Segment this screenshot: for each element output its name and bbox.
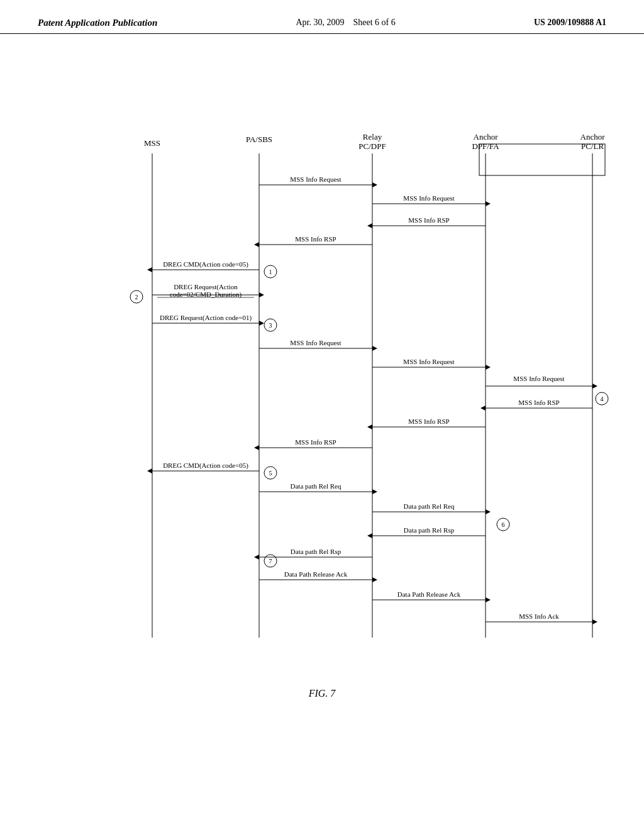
svg-text:5: 5 bbox=[269, 470, 272, 477]
svg-text:Data path Rel Req: Data path Rel Req bbox=[404, 502, 455, 510]
svg-marker-91 bbox=[592, 619, 597, 624]
svg-marker-15 bbox=[372, 182, 377, 187]
svg-marker-18 bbox=[486, 201, 491, 206]
svg-marker-85 bbox=[372, 577, 377, 582]
svg-marker-88 bbox=[486, 597, 491, 602]
svg-marker-44 bbox=[372, 346, 377, 351]
svg-text:MSS Info RSP: MSS Info RSP bbox=[518, 399, 559, 406]
diagram-area: MSS PA/SBS Relay PC/DPF Anchor DPF/FA An… bbox=[102, 72, 643, 675]
svg-text:MSS Info Request: MSS Info Request bbox=[513, 375, 564, 382]
header-right: US 2009/109888 A1 bbox=[534, 18, 606, 28]
sequence-diagram: MSS PA/SBS Relay PC/DPF Anchor DPF/FA An… bbox=[102, 72, 643, 675]
svg-text:MSS: MSS bbox=[144, 138, 160, 148]
svg-text:Data path Rel Rsp: Data path Rel Rsp bbox=[291, 548, 341, 555]
svg-marker-72 bbox=[486, 509, 491, 514]
svg-marker-80 bbox=[254, 555, 259, 560]
header-left: Patent Application Publication bbox=[38, 18, 157, 28]
page-header: Patent Application Publication Apr. 30, … bbox=[0, 0, 644, 34]
header-date: Apr. 30, 2009 bbox=[296, 18, 344, 27]
svg-text:PA/SBS: PA/SBS bbox=[246, 135, 272, 144]
svg-text:Relay: Relay bbox=[363, 132, 382, 141]
svg-text:Data Path Release Ack: Data Path Release Ack bbox=[397, 590, 461, 598]
svg-marker-64 bbox=[147, 468, 152, 473]
svg-text:MSS Info RSP: MSS Info RSP bbox=[408, 418, 449, 425]
header-center: Apr. 30, 2009 Sheet 6 of 6 bbox=[296, 18, 395, 28]
svg-text:DPF/FA: DPF/FA bbox=[472, 141, 499, 151]
svg-marker-50 bbox=[592, 384, 597, 389]
figure-label: FIG. 7 bbox=[309, 688, 336, 699]
svg-text:1: 1 bbox=[269, 268, 272, 275]
svg-text:MSS Info Ack: MSS Info Ack bbox=[519, 612, 559, 620]
svg-marker-27 bbox=[147, 267, 152, 272]
svg-marker-24 bbox=[254, 242, 259, 247]
svg-marker-77 bbox=[367, 533, 372, 538]
svg-text:MSS Info Request: MSS Info Request bbox=[403, 194, 454, 202]
svg-text:4: 4 bbox=[601, 396, 604, 402]
svg-text:PC/DPF: PC/DPF bbox=[358, 141, 386, 151]
svg-text:3: 3 bbox=[269, 322, 272, 329]
svg-marker-53 bbox=[480, 406, 486, 411]
svg-marker-61 bbox=[254, 445, 259, 450]
svg-text:Data path Rel Rsp: Data path Rel Rsp bbox=[404, 526, 455, 534]
svg-text:PC/LR: PC/LR bbox=[581, 141, 604, 151]
figure-caption: FIG. 7 bbox=[0, 688, 644, 699]
svg-text:MSS Info Request: MSS Info Request bbox=[290, 175, 341, 183]
svg-text:Data path Rel Req: Data path Rel Req bbox=[291, 482, 341, 490]
svg-text:MSS Info Request: MSS Info Request bbox=[290, 339, 341, 346]
svg-text:DREG Request(Action code=01): DREG Request(Action code=01) bbox=[160, 314, 252, 322]
svg-marker-39 bbox=[259, 321, 264, 326]
svg-text:MSS Info RSP: MSS Info RSP bbox=[408, 216, 449, 224]
svg-marker-58 bbox=[367, 424, 372, 429]
svg-text:DREG CMD(Action code=05): DREG CMD(Action code=05) bbox=[163, 462, 248, 470]
svg-text:Anchor: Anchor bbox=[580, 132, 606, 141]
svg-text:MSS Info RSP: MSS Info RSP bbox=[295, 438, 336, 446]
svg-text:7: 7 bbox=[269, 558, 272, 565]
svg-marker-34 bbox=[259, 292, 264, 297]
svg-text:Data Path Release Ack: Data Path Release Ack bbox=[284, 570, 348, 578]
svg-text:DREG CMD(Action code=05): DREG CMD(Action code=05) bbox=[163, 260, 248, 268]
svg-text:2: 2 bbox=[135, 294, 138, 301]
svg-marker-69 bbox=[372, 489, 377, 494]
svg-marker-47 bbox=[486, 365, 491, 370]
svg-text:6: 6 bbox=[502, 521, 505, 528]
svg-text:Anchor: Anchor bbox=[474, 132, 499, 141]
svg-marker-21 bbox=[367, 223, 372, 228]
svg-text:MSS Info Request: MSS Info Request bbox=[403, 358, 454, 365]
header-sheet: Sheet 6 of 6 bbox=[353, 18, 395, 27]
svg-text:MSS Info RSP: MSS Info RSP bbox=[295, 235, 336, 243]
